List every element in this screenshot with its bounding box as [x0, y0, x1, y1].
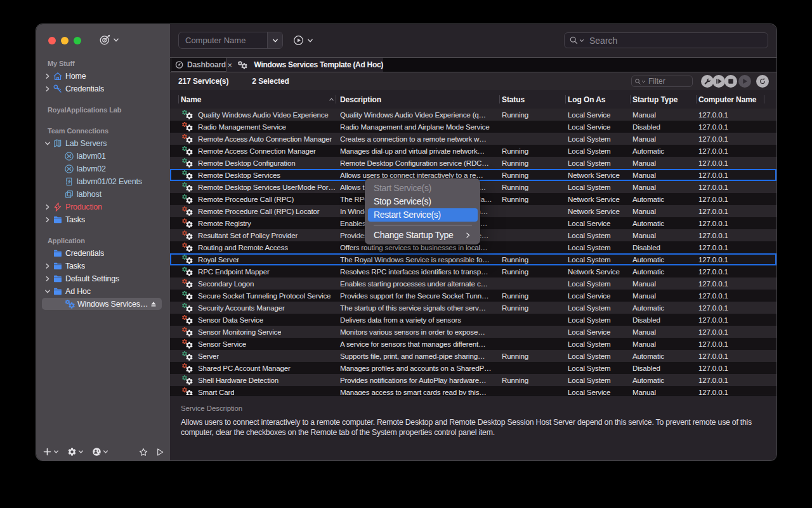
disclosure-triangle-icon[interactable]	[44, 288, 51, 295]
properties-wrench-button[interactable]	[701, 75, 714, 88]
sidebar-item-label: Production	[65, 203, 102, 211]
service-description: Remote Desktop Configuration service (RD…	[336, 159, 499, 167]
service-row[interactable]: Shell Hardware Detection Provides notifi…	[170, 374, 776, 386]
service-row[interactable]: Secure Socket Tunneling Protocol Service…	[170, 290, 776, 302]
disclosure-triangle-icon[interactable]	[44, 73, 51, 79]
favorites-star-button[interactable]	[138, 447, 148, 457]
run-template-button[interactable]	[293, 35, 313, 46]
service-computername: 127.0.0.1	[696, 243, 764, 251]
search-field[interactable]: Search	[564, 32, 768, 48]
sidebar-item[interactable]: labvm01	[36, 150, 170, 163]
column-header-status[interactable]: Status	[499, 95, 565, 104]
sidebar-item[interactable]: labvm01/02 Events	[36, 175, 170, 188]
sidebar-item[interactable]: Home	[36, 70, 170, 83]
service-row[interactable]: RPC Endpoint Mapper Resolves RPC interfa…	[170, 265, 776, 277]
sidebar-item[interactable]: labvm02	[36, 163, 170, 175]
titlebar[interactable]	[36, 24, 170, 57]
service-startuptype: Automatic	[630, 304, 696, 312]
service-row[interactable]: Quality Windows Audio Video Experience Q…	[170, 109, 776, 121]
sidebar-item[interactable]: Ad Hoc	[36, 285, 170, 298]
selected-count: 2 Selected	[252, 77, 289, 86]
quick-connect-button[interactable]	[99, 34, 119, 46]
service-row[interactable]: Remote Access Connection Manager Manages…	[170, 145, 776, 157]
sidebar-item[interactable]: Credentials	[36, 83, 170, 95]
service-row[interactable]: Remote Access Auto Connection Manager Cr…	[170, 133, 776, 145]
user-menu-button[interactable]	[92, 447, 108, 457]
tab-windows-services[interactable]: × Windows Services Template (Ad Hoc)	[226, 58, 383, 72]
column-header-name[interactable]: Name	[178, 95, 336, 104]
minimize-window-button[interactable]	[61, 37, 69, 44]
disclosure-triangle-icon[interactable]	[44, 204, 51, 210]
disclosure-triangle-icon[interactable]	[44, 86, 51, 92]
sidebar-item[interactable]: Tasks	[36, 260, 170, 272]
service-startuptype: Manual	[630, 231, 696, 239]
disclosure-triangle-icon[interactable]	[44, 263, 51, 269]
add-button[interactable]	[43, 447, 59, 457]
zoom-window-button[interactable]	[74, 37, 81, 44]
restart-service-button[interactable]	[712, 75, 725, 88]
sidebar-item[interactable]: Production	[36, 201, 170, 213]
service-logonas: Local System	[565, 316, 630, 324]
service-row[interactable]: Shared PC Account Manager Manages profil…	[170, 362, 776, 374]
tab-dashboard[interactable]: Dashboard	[171, 58, 226, 72]
refresh-button[interactable]	[756, 75, 769, 88]
disclosure-triangle-icon[interactable]	[44, 140, 51, 147]
tab-dashboard-label: Dashboard	[187, 60, 226, 69]
start-service-button[interactable]	[738, 75, 751, 88]
service-row[interactable]: Security Accounts Manager The startup of…	[170, 302, 776, 314]
service-name: Server	[198, 352, 219, 360]
service-name: RPC Endpoint Mapper	[198, 267, 270, 276]
sidebar-item[interactable]: Tasks	[36, 213, 170, 226]
disclosure-triangle-icon[interactable]	[44, 276, 51, 282]
column-header-startuptype[interactable]: Startup Type	[630, 95, 696, 104]
context-menu-item[interactable]: Restart Service(s)	[368, 208, 478, 222]
service-startuptype: Manual	[630, 171, 696, 179]
service-row[interactable]: Remote Desktop Configuration Remote Desk…	[170, 157, 776, 169]
service-description: The startup of this service signals othe…	[336, 304, 499, 312]
service-description: Resolves RPC interfaces identifiers to t…	[336, 267, 499, 276]
disclosure-triangle-icon[interactable]	[44, 217, 51, 223]
close-window-button[interactable]	[48, 37, 56, 44]
column-header-computername[interactable]: Computer Name	[696, 95, 764, 104]
computer-name-combobox[interactable]: Computer Name	[178, 32, 283, 49]
context-menu-item[interactable]: Start Service(s)	[368, 182, 478, 195]
service-row[interactable]: Royal Server The Royal Windows Service i…	[170, 253, 776, 265]
service-row[interactable]: Sensor Monitoring Service Monitors vario…	[170, 326, 776, 338]
service-startuptype: Automatic	[630, 255, 696, 264]
service-row[interactable]: Sensor Data Service Delivers data from a…	[170, 314, 776, 326]
service-row[interactable]: Sensor Service A service for sensors tha…	[170, 338, 776, 350]
service-row[interactable]: Server Supports file, print, and named-p…	[170, 350, 776, 362]
stop-service-button[interactable]	[724, 75, 737, 88]
sidebar-item[interactable]: Windows Services…	[36, 298, 170, 311]
sidebar-item-label: Credentials	[65, 84, 104, 93]
service-description: Provides support for the Secure Socket T…	[336, 291, 499, 300]
service-name: Remote Access Auto Connection Manager	[198, 135, 332, 143]
computer-name-dropdown-button[interactable]	[267, 32, 282, 48]
service-gears-icon	[180, 242, 195, 253]
service-logonas: Local System	[565, 159, 630, 167]
service-row[interactable]: Secondary Logon Enables starting process…	[170, 277, 776, 290]
service-name: Secure Socket Tunneling Protocol Service	[198, 291, 331, 300]
service-gears-icon	[180, 133, 195, 144]
service-row[interactable]: Smart Card Manages access to smart cards…	[170, 386, 776, 395]
connect-play-button[interactable]	[155, 447, 165, 457]
eject-icon[interactable]	[150, 300, 157, 308]
sidebar-item[interactable]: Default Settings	[36, 272, 170, 285]
service-computername: 127.0.0.1	[696, 304, 764, 312]
column-header-logonas[interactable]: Log On As	[565, 95, 630, 104]
context-menu-item[interactable]: Stop Service(s)	[368, 195, 478, 208]
sidebar-item[interactable]: labhost	[36, 188, 170, 201]
service-row[interactable]: Radio Management Service Radio Managemen…	[170, 121, 776, 133]
close-tab-icon[interactable]: ×	[226, 60, 233, 70]
service-gears-icon	[180, 218, 195, 229]
sidebar-item[interactable]: Lab Servers	[36, 137, 170, 150]
service-computername: 127.0.0.1	[696, 110, 764, 119]
sidebar-section-header: My Stuff	[36, 57, 170, 70]
sidebar-item[interactable]: Credentials	[36, 247, 170, 260]
sidebar-section-header: RoyalApplications Lab	[36, 104, 170, 116]
service-computername: 127.0.0.1	[696, 340, 764, 348]
settings-button[interactable]	[67, 447, 84, 457]
filter-field[interactable]: Filter	[631, 76, 693, 87]
context-menu-item[interactable]: Change Startup Type	[368, 229, 478, 242]
column-header-description[interactable]: Description	[336, 95, 499, 104]
